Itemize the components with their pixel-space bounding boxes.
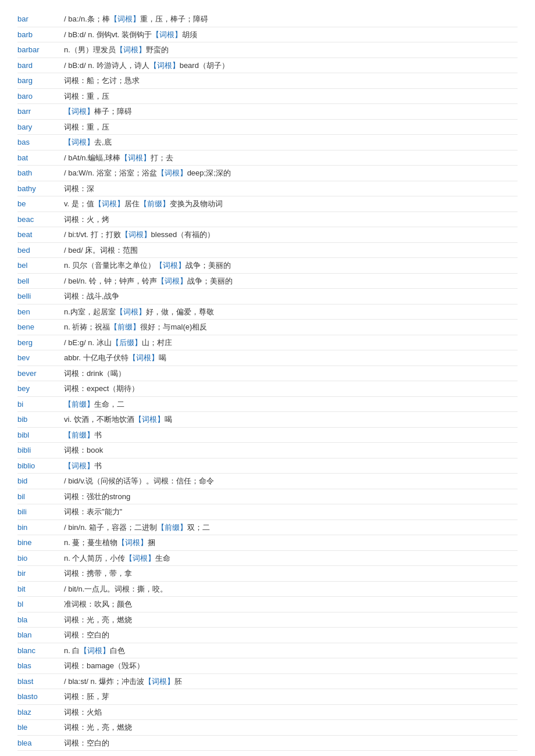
definition-text: n. 蔓；蔓生植物【词根】捆 [64,537,518,549]
definition-text: n. 贝尔（音量比率之单位）【词根】战争；美丽的 [64,260,518,271]
word-label: bene [17,323,64,331]
table-row: berg/ bE:g/ n. 冰山【后缀】山；村庄 [17,335,518,351]
table-row: bell/ bel/n. 铃，钟；钟声，铃声【词根】战争；美丽的 [17,274,518,289]
table-row: bary词根：重，压 [17,120,518,135]
definition-text: 【前缀】生命，二 [64,399,518,410]
word-label: barbar [17,45,64,54]
word-label: blast [17,677,64,686]
definition-text: / bel/n. 铃，钟；钟声，铃声【词根】战争；美丽的 [64,275,518,287]
word-label: blea [17,739,64,747]
table-row: bathy词根：深 [17,181,518,197]
word-label: bla [17,615,64,624]
definition-text: / bid/v.说（问候的话等）。词根：信任；命令 [64,475,518,487]
table-row: bl准词根：吹风；颜色 [17,597,518,612]
word-label: bit [17,585,64,593]
table-row: bibl【前缀】书 [17,428,518,443]
word-label: bib [17,415,64,424]
word-label: bas [17,138,64,146]
word-label: ble [17,723,64,732]
table-row: beln. 贝尔（音量比率之单位）【词根】战争；美丽的 [17,258,518,274]
word-label: bel [17,261,64,270]
definition-text: 词根：expect（期待） [64,383,518,395]
definition-text: 词根：胚，芽 [64,691,518,703]
table-row: beac词根：火，烤 [17,212,518,228]
word-label: ben [17,307,64,316]
definition-text: n.（男）理发员【词根】野蛮的 [64,44,518,56]
word-label: bard [17,61,64,70]
definition-text: / bE:g/ n. 冰山【后缀】山；村庄 [64,337,518,349]
table-row: bard/ bB:d/ n. 吟游诗人，诗人【词根】beard（胡子） [17,58,518,74]
definition-text: 词根：表示"能力" [64,506,518,518]
definition-text: 词根：火，烤 [64,214,518,225]
table-row: bev. 是；值【词根】居住【前缀】变换为及物动词 [17,196,518,212]
table-row: barbarn.（男）理发员【词根】野蛮的 [17,42,518,58]
word-label: bl [17,600,64,608]
word-label: be [17,199,64,208]
word-label: bell [17,277,64,285]
table-row: bas【词根】去,底 [17,135,518,151]
table-row: bevabbr. 十亿电子伏特【词根】喝 [17,350,518,366]
word-label: bev [17,353,64,362]
word-label: barr [17,107,64,116]
definition-text: / bin/n. 箱子，容器；二进制【前缀】双；二 [64,522,518,533]
word-label: blaz [17,708,64,716]
definition-text: / bed/ 床。词根：范围 [64,245,518,256]
word-label: bir [17,569,64,578]
table-row: bi【前缀】生命，二 [17,397,518,413]
table-row: bey词根：expect（期待） [17,381,518,397]
word-label: bil [17,492,64,501]
definition-text: vi. 饮酒，不断地饮酒【词根】喝 [64,414,518,425]
word-label: belli [17,292,64,300]
word-label: bar [17,15,64,23]
definition-text: / bi:t/vt. 打；打败【词根】blessed（有福的） [64,229,518,241]
definition-text: 词根：携带，带，拿 [64,568,518,579]
table-row: bit/ bit/n.一点儿。词根：撕，咬。 [17,582,518,597]
word-label: bili [17,507,64,516]
table-row: bed/ bed/ 床。词根：范围 [17,243,518,259]
definition-text: / bB:d/ n. 吟游诗人，诗人【词根】beard（胡子） [64,60,518,71]
word-label: barb [17,30,64,39]
definition-text: n. 祈祷；祝福【前缀】很好；与mal(e)相反 [64,321,518,333]
table-row: bin/ bin/n. 箱子，容器；二进制【前缀】双；二 [17,520,518,536]
table-row: bibvi. 饮酒，不断地饮酒【词根】喝 [17,412,518,428]
word-label: bary [17,123,64,131]
word-label: bin [17,523,64,532]
definition-text: / bB:d/ n. 倒钩vt. 装倒钩于【词根】胡须 [64,29,518,41]
main-container: bar/ ba:/n.条；棒【词根】重，压，棒子；障碍barb/ bB:d/ n… [0,0,535,756]
word-label: blas [17,661,64,670]
definition-text: 词根：强壮的strong [64,491,518,503]
word-label: blan [17,630,64,639]
table-row: blea词根：空白的 [17,736,518,751]
definition-text: / bAt/n.蝙蝠,球棒【词根】打；去 [64,152,518,164]
definition-text: 【词根】书 [64,460,518,472]
definition-text: / bit/n.一点儿。词根：撕，咬。 [64,583,518,595]
table-row: bil词根：强壮的strong [17,489,518,505]
definition-text: 词根：bamage（毁坏） [64,660,518,672]
table-row: belli词根：战斗,战争 [17,289,518,304]
word-label: blanc [17,646,64,655]
definition-text: v. 是；值【词根】居住【前缀】变换为及物动词 [64,198,518,210]
table-row: barb/ bB:d/ n. 倒钩vt. 装倒钩于【词根】胡须 [17,27,518,43]
definition-text: / bla:st/ n. 爆炸；冲击波【词根】胚 [64,676,518,687]
word-label: bibli [17,446,64,454]
definition-text: abbr. 十亿电子伏特【词根】喝 [64,352,518,364]
table-row: bever词根：drink（喝） [17,366,518,382]
word-label: biblio [17,461,64,470]
table-row: blast/ bla:st/ n. 爆炸；冲击波【词根】胚 [17,674,518,690]
word-label: bine [17,538,64,547]
definition-text: 词根：战斗,战争 [64,291,518,302]
word-label: beac [17,215,64,224]
table-row: blan词根：空白的 [17,628,518,643]
table-row: benen. 祈祷；祝福【前缀】很好；与mal(e)相反 [17,320,518,335]
table-row: biblio【词根】书 [17,458,518,474]
word-label: berg [17,338,64,347]
table-row: baro词根：重，压 [17,89,518,105]
definition-text: 【词根】棒子；障碍 [64,106,518,117]
definition-text: 词根：重，压 [64,91,518,102]
definition-text: 【前缀】书 [64,429,518,441]
table-row: blaz词根：火焰 [17,705,518,721]
definition-text: 词根：空白的 [64,629,518,641]
table-row: bla词根：光，亮，燃烧 [17,612,518,628]
table-row: bili词根：表示"能力" [17,504,518,520]
word-label: bathy [17,184,64,193]
